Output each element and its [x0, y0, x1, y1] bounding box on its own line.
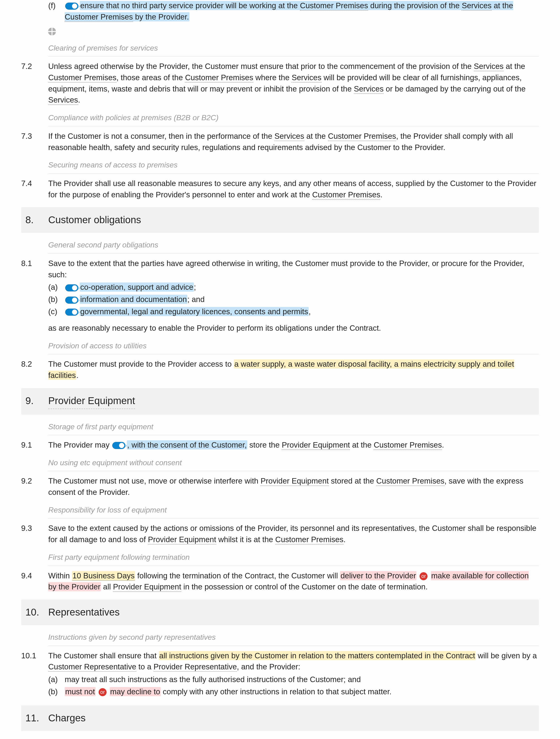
toggle-icon[interactable] — [65, 309, 78, 316]
defined-term-services[interactable]: Services — [354, 85, 384, 94]
section-number: 11. — [25, 711, 48, 725]
clause-number: 8.1 — [21, 258, 48, 334]
defined-term-customer-premises[interactable]: Customer Premises — [376, 476, 444, 486]
or-badge-icon[interactable]: or — [420, 572, 428, 580]
list-item: (c) governmental, legal and regulatory l… — [48, 306, 539, 317]
note-heading: First party equipment following terminat… — [48, 550, 539, 566]
clause-number: 9.2 — [21, 475, 48, 498]
defined-term-customer-premises[interactable]: Customer Premises — [328, 132, 396, 141]
note-heading: Compliance with policies at premises (B2… — [48, 110, 539, 126]
clause-10-1: 10.1 The Customer shall ensure that all … — [21, 650, 539, 698]
defined-term-customer-premises[interactable]: Customer Premises — [185, 73, 253, 83]
note-heading: Provision of access to utilities — [48, 338, 539, 354]
toggle-icon[interactable] — [112, 442, 125, 449]
section-number: 9. — [25, 394, 48, 409]
toggle-icon[interactable] — [65, 3, 78, 10]
note-heading: Instructions given by second party repre… — [48, 629, 539, 646]
option-text[interactable]: may decline to — [110, 687, 161, 696]
sub-text: ensure that no third party service provi… — [65, 0, 539, 23]
note-heading: Obligation to pay charges — [48, 735, 539, 739]
defined-term-provider-equipment[interactable]: Provider Equipment — [282, 441, 350, 450]
defined-term-customer-premises[interactable]: Customer Premises — [65, 12, 133, 22]
section-title: Charges — [48, 711, 86, 725]
clause-number: 8.2 — [21, 358, 48, 381]
clause-number: 7.3 — [21, 131, 48, 153]
defined-term-services[interactable]: Services — [462, 1, 492, 11]
defined-term-provider-equipment[interactable]: Provider Equipment — [148, 535, 216, 545]
clause-body: The Customer must not use, move or other… — [48, 475, 539, 498]
section-title[interactable]: Provider Equipment — [48, 394, 135, 409]
section-number: 8. — [25, 213, 48, 227]
note-heading: General second party obligations — [48, 237, 539, 253]
or-badge-icon[interactable]: or — [99, 688, 107, 696]
clause-body: Save to the extent caused by the actions… — [48, 523, 539, 545]
defined-term-provider-equipment[interactable]: Provider Equipment — [261, 476, 329, 486]
note-heading: No using etc equipment without consent — [48, 455, 539, 471]
clause-9-2: 9.2 The Customer must not use, move or o… — [21, 475, 539, 498]
defined-term-services[interactable]: Services — [292, 73, 321, 83]
defined-term-customer-representative[interactable]: Customer Representative — [48, 662, 136, 672]
defined-term-services[interactable]: Services — [48, 96, 78, 105]
section-title: Representatives — [48, 605, 120, 619]
clause-body: If the Customer is not a consumer, then … — [48, 131, 539, 153]
section-number: 10. — [25, 605, 48, 619]
note-heading: Clearing of premises for services — [48, 40, 539, 56]
clause-body: The Customer must provide to the Provide… — [48, 358, 539, 381]
editable-field[interactable]: 10 Business Days — [72, 571, 135, 581]
clause-7-3: 7.3 If the Customer is not a consumer, t… — [21, 131, 539, 153]
list-item: (b) information and documentation; and — [48, 294, 539, 305]
clause-7-1-f: (f) ensure that no third party service p… — [48, 0, 539, 40]
option-text[interactable]: must not — [65, 687, 96, 696]
toggle-icon[interactable] — [65, 284, 78, 291]
defined-term-customer-premises[interactable]: Customer Premises — [48, 73, 117, 83]
section-10-header: 10. Representatives — [21, 600, 539, 625]
defined-term-customer-premises[interactable]: Customer Premises — [300, 1, 368, 11]
clause-8-1: 8.1 Save to the extent that the parties … — [21, 258, 539, 334]
defined-term-provider-equipment[interactable]: Provider Equipment — [113, 582, 181, 592]
clause-number: 9.1 — [21, 439, 48, 451]
clause-body: Unless agreed otherwise by the Provider,… — [48, 61, 539, 106]
sub-letter: (f) — [48, 0, 65, 23]
list-item: (a) co-operation, support and advice; — [48, 282, 539, 293]
note-heading: Responsibility for loss of equipment — [48, 502, 539, 519]
clause-body: The Customer shall ensure that all instr… — [48, 650, 539, 698]
clause-number: 9.3 — [21, 523, 48, 545]
defined-term-customer-premises[interactable]: Customer Premises — [275, 535, 343, 545]
editable-field[interactable]: all instructions given by the Customer i… — [159, 651, 476, 660]
clause-7-2: 7.2 Unless agreed otherwise by the Provi… — [21, 61, 539, 106]
list-item: (b) must not or may decline to comply wi… — [48, 686, 539, 697]
list-item: (a) may treat all such instructions as t… — [48, 674, 539, 685]
section-11-header: 11. Charges — [21, 705, 539, 731]
toggle-icon[interactable] — [65, 297, 78, 304]
clause-9-4: 9.4 Within 10 Business Days following th… — [21, 570, 539, 593]
clause-body: The Provider shall use all reasonable me… — [48, 178, 539, 200]
clause-8-2: 8.2 The Customer must provide to the Pro… — [21, 358, 539, 381]
clause-number: 7.2 — [21, 61, 48, 106]
clause-body: The Provider may , with the consent of t… — [48, 439, 539, 451]
clause-number: 10.1 — [21, 650, 48, 698]
note-heading: Storage of first party equipment — [48, 419, 539, 435]
note-heading: Securing means of access to premises — [48, 157, 539, 173]
defined-term-customer-premises[interactable]: Customer Premises — [374, 441, 442, 450]
clause-number: 7.4 — [21, 178, 48, 200]
defined-term-services[interactable]: Services — [274, 132, 304, 141]
clause-number: 9.4 — [21, 570, 48, 593]
defined-term-services[interactable]: Services — [474, 62, 504, 71]
clause-body: Within 10 Business Days following the te… — [48, 570, 539, 593]
clause-7-4: 7.4 The Provider shall use all reasonabl… — [21, 178, 539, 200]
section-9-header: 9. Provider Equipment — [21, 388, 539, 415]
section-title: Customer obligations — [48, 213, 141, 227]
option-text[interactable]: deliver to the Provider — [340, 571, 416, 580]
defined-term-customer-premises[interactable]: Customer Premises — [312, 190, 381, 200]
clause-body: Save to the extent that the parties have… — [48, 258, 539, 334]
section-8-header: 8. Customer obligations — [21, 207, 539, 233]
clause-9-3: 9.3 Save to the extent caused by the act… — [21, 523, 539, 545]
target-icon[interactable] — [48, 28, 56, 35]
clause-9-1: 9.1 The Provider may , with the consent … — [21, 439, 539, 451]
defined-term-provider-representative[interactable]: Provider Representative — [154, 662, 237, 672]
